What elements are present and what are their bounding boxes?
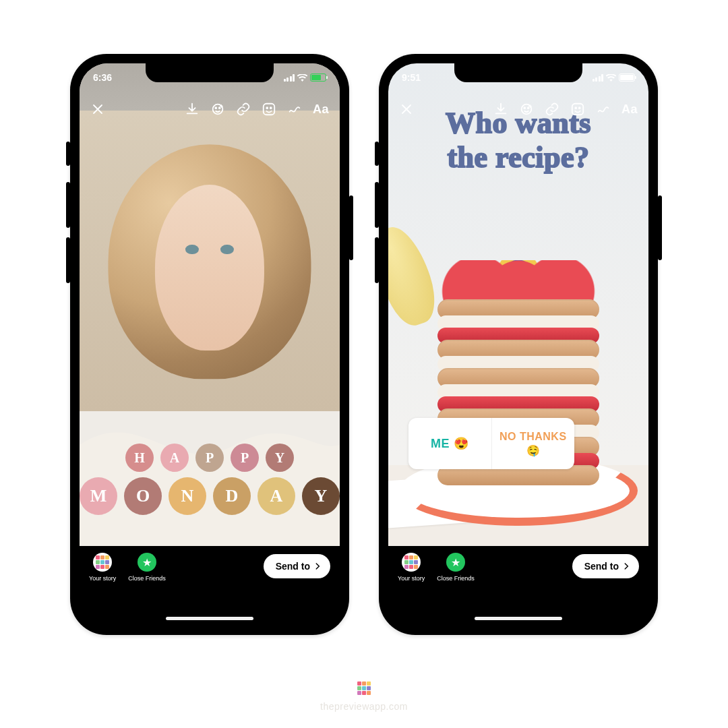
volume-up-button: [375, 182, 379, 228]
power-button: [658, 195, 662, 260]
drool-emoji-icon: 🤤: [526, 444, 541, 457]
svg-point-10: [575, 107, 576, 109]
svg-rect-3: [264, 104, 275, 115]
download-icon[interactable]: [185, 102, 200, 117]
svg-point-4: [266, 107, 268, 109]
text-row-monday: MONDAY: [80, 477, 340, 515]
wifi-icon: [297, 74, 307, 82]
your-story-label: Your story: [89, 575, 116, 582]
circle-letter: Y: [266, 444, 294, 472]
watermark-text: thepreviewapp.com: [320, 701, 408, 712]
svg-point-2: [219, 107, 220, 109]
sticker-icon[interactable]: [570, 102, 585, 117]
battery-icon: [619, 73, 635, 82]
circle-letter: A: [257, 477, 295, 515]
notch: [454, 63, 582, 82]
close-friends-icon: ★: [138, 553, 156, 572]
story-bottom-bar: Your story ★ Close Friends Send to: [388, 546, 648, 626]
face-effect-icon[interactable]: [210, 102, 225, 117]
chevron-right-icon: [621, 562, 631, 571]
volume-down-button: [66, 237, 70, 283]
story-bottom-bar: Your story ★ Close Friends Send to: [80, 546, 340, 626]
circle-letter: N: [169, 477, 206, 515]
status-right: [593, 73, 636, 82]
story-canvas[interactable]: Who wants the recipe? ME 😍 NO THANKS 🤤: [388, 63, 648, 553]
link-icon[interactable]: [236, 102, 251, 117]
circle-letter: P: [231, 444, 259, 472]
close-icon[interactable]: [90, 102, 105, 117]
screen: 9:51 Aa: [388, 63, 648, 626]
power-button: [349, 195, 353, 260]
your-story-button[interactable]: Your story: [398, 553, 425, 582]
story-toolbar: Aa: [388, 94, 648, 124]
poll-option-right[interactable]: NO THANKS 🤤: [492, 418, 575, 469]
banana: [388, 220, 443, 331]
screen: 6:36 Aa: [80, 63, 340, 626]
home-indicator[interactable]: [475, 617, 562, 620]
svg-point-5: [270, 107, 272, 109]
home-indicator[interactable]: [166, 617, 253, 620]
download-icon[interactable]: [493, 102, 508, 117]
status-time: 6:36: [93, 72, 112, 83]
portrait-photo: [80, 111, 340, 411]
svg-point-8: [528, 107, 529, 109]
send-to-label: Send to: [276, 561, 310, 572]
close-friends-label: Close Friends: [128, 575, 166, 582]
status-time: 9:51: [402, 72, 421, 83]
story-toolbar: Aa: [80, 94, 340, 124]
your-story-label: Your story: [398, 575, 425, 582]
wifi-icon: [606, 74, 616, 82]
phone-left: 6:36 Aa: [70, 54, 349, 635]
close-friends-button[interactable]: ★ Close Friends: [128, 553, 166, 582]
text-row-happy: HAPPY: [80, 444, 340, 472]
chevron-right-icon: [313, 562, 322, 571]
close-friends-icon: ★: [446, 553, 465, 572]
status-right: [284, 73, 327, 82]
stage: 6:36 Aa: [0, 0, 728, 728]
send-to-label: Send to: [584, 561, 619, 572]
cellular-icon: [284, 74, 295, 82]
your-story-icon: [93, 553, 112, 572]
circle-letter: A: [160, 444, 189, 472]
svg-rect-9: [572, 104, 584, 115]
mute-switch: [66, 142, 70, 166]
poll-option-left[interactable]: ME 😍: [408, 418, 492, 469]
close-friends-label: Close Friends: [437, 575, 475, 582]
notch: [146, 63, 274, 82]
volume-down-button: [375, 237, 379, 283]
volume-up-button: [66, 182, 70, 228]
close-friends-button[interactable]: ★ Close Friends: [437, 553, 475, 582]
text-tool-icon[interactable]: Aa: [621, 102, 638, 117]
circle-letter: D: [213, 477, 251, 515]
heart-eyes-emoji-icon: 😍: [454, 436, 469, 451]
sticker-icon[interactable]: [262, 102, 276, 117]
text-tool-icon[interactable]: Aa: [313, 102, 329, 117]
svg-point-7: [524, 107, 525, 109]
your-story-icon: [402, 553, 421, 572]
battery-icon: [310, 73, 326, 82]
send-to-button[interactable]: Send to: [572, 554, 639, 578]
link-icon[interactable]: [545, 102, 559, 117]
poll-sticker[interactable]: ME 😍 NO THANKS 🤤: [408, 418, 574, 469]
story-canvas[interactable]: HAPPY MONDAY: [80, 63, 340, 553]
cellular-icon: [593, 74, 604, 82]
watermark: thepreviewapp.com: [320, 679, 408, 712]
draw-icon[interactable]: [596, 102, 611, 117]
mute-switch: [375, 142, 379, 166]
headline-line-2: the recipe?: [388, 141, 648, 175]
close-icon[interactable]: [399, 102, 414, 117]
circle-letter: P: [195, 444, 224, 472]
previewapp-logo-icon: [355, 679, 373, 697]
send-to-button[interactable]: Send to: [264, 554, 330, 578]
circle-letter: O: [124, 477, 162, 515]
circle-letter: H: [125, 444, 154, 472]
your-story-button[interactable]: Your story: [89, 553, 116, 582]
svg-point-11: [579, 107, 580, 109]
face-effect-icon[interactable]: [519, 102, 534, 117]
phone-right: 9:51 Aa: [379, 54, 658, 635]
poll-left-text: ME: [431, 437, 450, 451]
svg-point-1: [215, 107, 216, 109]
draw-icon[interactable]: [287, 102, 302, 117]
circle-letter: Y: [302, 477, 340, 515]
circle-letter: M: [80, 477, 117, 515]
